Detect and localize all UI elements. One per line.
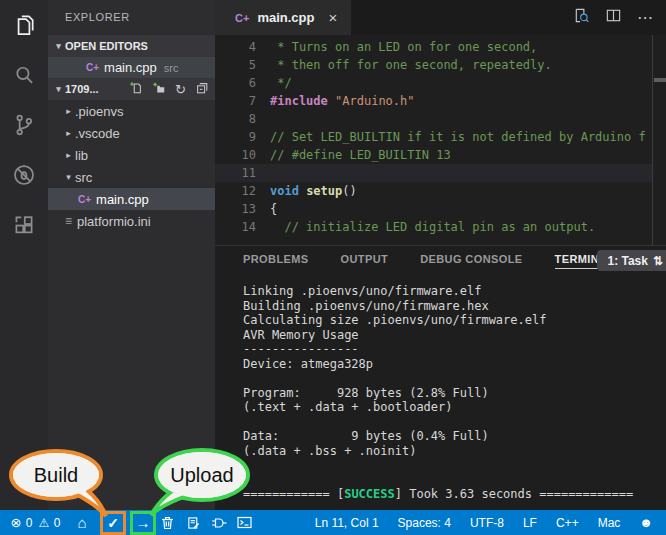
terminal-line: Linking .pioenvs/uno/firmware.elf (243, 284, 666, 299)
sidebar-title: EXPLORER (48, 0, 215, 35)
code-line-11[interactable]: 11 (215, 164, 666, 182)
panel-tab-problems[interactable]: PROBLEMS (243, 253, 309, 269)
close-icon[interactable]: × (328, 9, 337, 26)
line-content: // initialize LED digital pin as an outp… (270, 218, 595, 236)
line-content: { (270, 200, 277, 218)
source-control-icon[interactable] (0, 100, 48, 150)
task-selector[interactable]: 1: Task ⇅ (597, 250, 666, 271)
pio-home-icon[interactable]: ⌂ (73, 510, 91, 535)
code-token: () (342, 184, 356, 198)
feedback-smiley-icon[interactable]: ☻ (639, 515, 653, 530)
line-number: 11 (215, 164, 256, 182)
status-item-c-[interactable]: C++ (556, 516, 579, 530)
pio-clean-icon[interactable] (159, 510, 175, 535)
tree-item-label: .pioenvs (75, 104, 123, 119)
tree-item-platformioini[interactable]: ≡platformio.ini (48, 210, 215, 232)
editor-scrollbar[interactable] (652, 35, 666, 245)
code-line-10[interactable]: 10// #define LED_BUILTIN 13 (215, 146, 666, 164)
code-token: void (270, 184, 299, 198)
status-item-ln-11-col-1[interactable]: Ln 11, Col 1 (315, 516, 379, 530)
line-number: 12 (215, 182, 256, 200)
new-folder-button[interactable] (152, 81, 166, 97)
terminal-line (243, 371, 666, 386)
tree-item-pioenvs[interactable]: ▸.pioenvs (48, 100, 215, 122)
open-editors-label: OPEN EDITORS (65, 40, 148, 52)
terminal-text: Calculating size .pioenvs/uno/firmware.e… (243, 313, 546, 327)
terminal-icon[interactable] (235, 510, 253, 535)
line-number: 6 (215, 74, 256, 92)
sidebar-explorer: EXPLORER ▾ OPEN EDITORS C+ main.cpp src … (48, 0, 215, 510)
code-line-7[interactable]: 7#include "Arduino.h" (215, 92, 666, 110)
code-editor[interactable]: 4 * Turns on an LED on for one second,5 … (215, 35, 666, 245)
code-line-4[interactable]: 4 * Turns on an LED on for one second, (215, 38, 666, 56)
warning-icon[interactable]: ⚠ (36, 510, 52, 535)
open-preview-icon[interactable] (573, 7, 590, 28)
code-line-8[interactable]: 8 (215, 110, 666, 128)
folder-section-header[interactable]: ▾ 1709... ↻ (48, 78, 215, 100)
code-token: * Turns on an LED on for one second, (270, 40, 537, 54)
tree-item-src[interactable]: ▾src (48, 166, 215, 188)
line-number: 8 (215, 110, 256, 128)
status-item-utf-8[interactable]: UTF-8 (470, 516, 504, 530)
cpp-file-icon: C+ (235, 12, 249, 24)
warning-count[interactable]: 0 (51, 510, 63, 535)
code-line-13[interactable]: 13{ (215, 200, 666, 218)
line-content: * Turns on an LED on for one second, (270, 38, 537, 56)
line-number: 9 (215, 128, 256, 146)
terminal-text: Device: atmega328p (243, 357, 373, 371)
code-token: { (270, 202, 277, 216)
line-content: void setup() (270, 182, 357, 200)
code-line-6[interactable]: 6 */ (215, 74, 666, 92)
cpp-file-icon: C+ (78, 194, 91, 205)
serial-monitor-plug-icon[interactable] (209, 510, 229, 535)
line-number: 5 (215, 56, 256, 74)
line-number: 7 (215, 92, 256, 110)
build-highlight-box (100, 511, 126, 535)
debug-icon[interactable] (0, 150, 48, 200)
new-file-button[interactable] (129, 81, 143, 97)
terminal-line: ---------------- (243, 342, 666, 357)
tree-item-maincpp[interactable]: C+main.cpp (48, 188, 215, 210)
panel-tab-debug-console[interactable]: DEBUG CONSOLE (420, 253, 522, 269)
terminal-text: (.text + .data + .bootloader) (243, 400, 453, 414)
code-line-14[interactable]: 14 // initialize LED digital pin as an o… (215, 218, 666, 236)
line-content: // Set LED_BUILTIN if it is not defined … (270, 128, 646, 146)
terminal-text: Building .pioenvs/uno/firmware.hex (243, 299, 489, 313)
folder-name: 1709... (65, 83, 99, 95)
line-content: * then off for one second, repeatedly. (270, 56, 552, 74)
status-item-mac[interactable]: Mac (598, 516, 621, 530)
extensions-icon[interactable] (0, 200, 48, 250)
tree-item-vscode[interactable]: ▸.vscode (48, 122, 215, 144)
panel-tab-output[interactable]: OUTPUT (341, 253, 389, 269)
tab-main-cpp[interactable]: C+ main.cpp × (215, 0, 351, 35)
open-editor-folder-badge: src (164, 62, 179, 74)
panel-tabs: PROBLEMSOUTPUTDEBUG CONSOLETERMINAL 1: T… (215, 246, 666, 276)
pio-tasks-icon[interactable] (185, 510, 201, 535)
open-editor-main-cpp[interactable]: C+ main.cpp src (48, 57, 215, 78)
code-line-9[interactable]: 9// Set LED_BUILTIN if it is not defined… (215, 128, 666, 146)
refresh-button[interactable]: ↻ (175, 82, 186, 97)
line-content: #include "Arduino.h" (270, 92, 415, 110)
error-icon[interactable]: ⊗ (8, 510, 24, 535)
code-line-5[interactable]: 5 * then off for one second, repeatedly. (215, 56, 666, 74)
scrollbar-thumb[interactable] (654, 78, 666, 82)
open-editors-header[interactable]: ▾ OPEN EDITORS (48, 35, 215, 57)
terminal-line: (.text + .data + .bootloader) (243, 400, 666, 415)
split-editor-icon[interactable] (605, 7, 622, 28)
chevron-down-icon: ▾ (62, 172, 75, 182)
terminal-output[interactable]: Linking .pioenvs/uno/firmware.elfBuildin… (215, 276, 666, 502)
terminal-line: ============ [SUCCESS] Took 3.63 seconds… (243, 487, 666, 502)
chevron-down-icon: ▾ (52, 41, 65, 51)
status-item-spaces-4[interactable]: Spaces: 4 (398, 516, 451, 530)
code-token: */ (270, 76, 292, 90)
tree-item-lib[interactable]: ▸lib (48, 144, 215, 166)
more-actions-icon[interactable]: ⋯ (637, 13, 653, 23)
code-token (328, 94, 335, 108)
status-item-lf[interactable]: LF (523, 516, 537, 530)
code-line-12[interactable]: 12void setup() (215, 182, 666, 200)
explorer-icon[interactable] (0, 0, 48, 50)
error-count[interactable]: 0 (23, 510, 35, 535)
search-icon[interactable] (0, 50, 48, 100)
collapse-all-button[interactable] (195, 81, 209, 97)
code-token: // initialize LED digital pin as an outp… (270, 220, 595, 234)
